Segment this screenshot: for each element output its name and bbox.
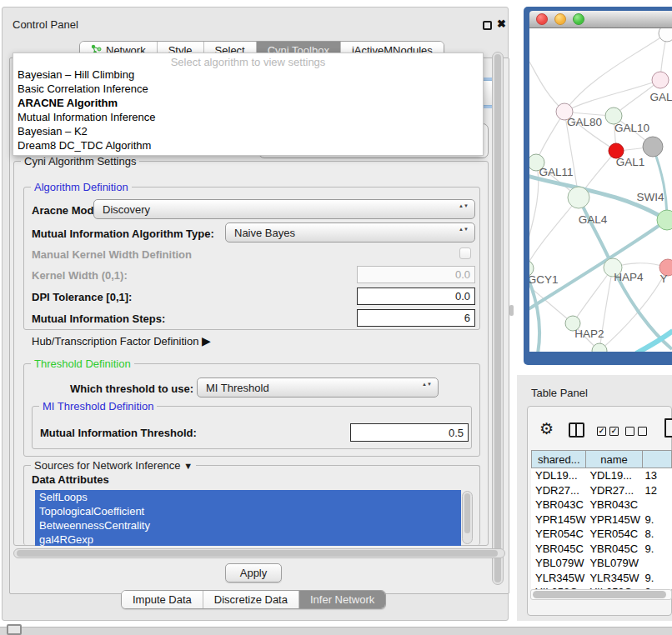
attributes-list-scrollbar[interactable] <box>462 491 473 544</box>
deselect-checkboxes-icon[interactable] <box>638 427 647 436</box>
node-label: GAL <box>649 91 672 103</box>
node-label: HAP2 <box>574 328 604 340</box>
column-header[interactable]: shared... <box>531 450 586 468</box>
threshold-definition-title: Threshold Definition <box>31 358 134 370</box>
select-all-checkboxes-icon[interactable]: ✓ <box>609 427 619 436</box>
minimized-panel-icon[interactable] <box>7 624 22 635</box>
network-window-titlebar[interactable] <box>529 11 672 28</box>
attribute-item[interactable]: gal4RGexp <box>35 532 461 546</box>
mi-threshold-group-title: MI Threshold Definition <box>39 400 157 412</box>
horizontal-scrollbar[interactable] <box>13 548 505 558</box>
column-header[interactable] <box>643 450 672 468</box>
aracne-mode-value: Discovery <box>103 203 150 216</box>
table-cell: YER054C <box>531 528 586 540</box>
table-header: shared...name <box>531 450 672 468</box>
network-node-gal4[interactable] <box>568 187 589 208</box>
bottom-tabs: Impute DataDiscretize DataInfer Network <box>121 590 386 609</box>
node-table: shared...name YDL19...YDL19...13YDR27...… <box>531 450 672 589</box>
control-panel-title: Control Panel <box>13 18 78 31</box>
table-cell: YBR045C <box>531 542 586 555</box>
node-label: GAL10 <box>614 122 649 134</box>
window-close-traffic-icon[interactable] <box>536 13 548 25</box>
node-label: GAL80 <box>567 116 602 128</box>
apply-button[interactable]: Apply <box>225 563 282 582</box>
window-minimize-traffic-icon[interactable] <box>554 13 566 25</box>
table-row[interactable]: YDL19...YDL19...13 <box>531 468 672 483</box>
split-columns-icon[interactable] <box>569 422 584 438</box>
network-node[interactable] <box>659 28 672 42</box>
column-header[interactable]: name <box>586 450 642 468</box>
network-node[interactable] <box>643 137 663 157</box>
hub-definition-toggle[interactable]: Hub/Transcription Factor Definition ▶ <box>32 334 211 348</box>
network-canvas[interactable]: GALGAL80GAL10GAL1GAL11SWI4GAL4GCY1HAP4YH… <box>529 28 672 352</box>
collapse-arrow-icon: ▼ <box>183 461 193 471</box>
tab-impute-data[interactable]: Impute Data <box>122 591 203 608</box>
document-icon[interactable] <box>664 418 672 438</box>
combo-arrows-icon: ▲▼ <box>459 227 469 232</box>
deselect-checkboxes-icon[interactable] <box>625 427 634 436</box>
table-row[interactable]: YBR045CYBR045C9. <box>531 542 672 557</box>
mi-type-select[interactable]: Naive Bayes ▲▼ <box>225 222 475 242</box>
data-attributes-list[interactable]: SelfLoopsTopologicalCoefficientBetweenne… <box>35 490 461 546</box>
aracne-mode-select[interactable]: Discovery ▲▼ <box>93 199 475 219</box>
table-row[interactable]: YER054CYER054C8. <box>531 527 672 542</box>
table-horizontal-scrollbar[interactable] <box>530 589 672 600</box>
select-all-checkboxes-icon[interactable]: ✓ <box>597 427 606 436</box>
algorithm-option[interactable]: Bayesian – K2 <box>13 124 483 138</box>
algorithm-dropdown-popup: Select algorithm to view settings Bayesi… <box>13 52 484 156</box>
tab-infer-network[interactable]: Infer Network <box>299 591 385 608</box>
network-graph: GALGAL80GAL10GAL1GAL11SWI4GAL4GCY1HAP4YH… <box>529 28 672 352</box>
mi-threshold-field[interactable]: 0.5 <box>350 423 469 442</box>
network-node-gal[interactable] <box>652 72 669 88</box>
splitter-grip[interactable] <box>509 305 514 316</box>
table-row[interactable]: YBL079WYBL079W <box>531 556 672 571</box>
which-threshold-label: Which threshold to use: <box>70 382 193 395</box>
tab-discretize-data[interactable]: Discretize Data <box>203 591 299 608</box>
window-zoom-traffic-icon[interactable] <box>573 13 584 25</box>
algorithm-placeholder: Select algorithm to view settings <box>13 53 483 68</box>
dpi-tolerance-label: DPI Tolerance [0,1]: <box>32 291 132 303</box>
mi-steps-label: Mutual Information Steps: <box>32 312 165 325</box>
table-row[interactable]: YLR345WYLR345W9. <box>531 571 672 586</box>
mi-threshold-label: Mutual Information Threshold: <box>40 427 197 439</box>
attribute-item[interactable]: BetweennessCentrality <box>35 518 461 532</box>
table-row[interactable]: YDR27...YDR27...12 <box>531 483 672 498</box>
table-panel-title: Table Panel <box>531 387 588 399</box>
hub-definition-label: Hub/Transcription Factor Definition <box>32 335 198 348</box>
table-cell: YLR345W <box>531 572 586 584</box>
node-label: GAL11 <box>539 166 573 178</box>
algorithm-option[interactable]: Bayesian – Hill Climbing <box>13 68 483 82</box>
attribute-item[interactable]: SelfLoops <box>35 490 461 504</box>
gear-icon[interactable]: ⚙ <box>539 419 554 438</box>
which-threshold-value: MI Threshold <box>206 382 269 394</box>
table-row[interactable]: YPR145WYPR145W9. <box>531 512 672 528</box>
table-cell: 9. <box>643 513 672 526</box>
kernel-width-field[interactable]: 0.0 <box>357 266 475 283</box>
sources-group-title[interactable]: Sources for Network Inference ▼ <box>31 459 196 472</box>
mi-type-value: Naive Bayes <box>234 227 295 239</box>
float-window-icon[interactable] <box>483 21 492 30</box>
which-threshold-select[interactable]: MI Threshold ▲▼ <box>197 378 439 398</box>
node-label: GAL4 <box>579 213 608 226</box>
algorithm-option[interactable]: Mutual Information Inference <box>13 110 483 124</box>
node-label: SWI4 <box>636 191 664 203</box>
close-icon[interactable]: ✖ <box>497 18 506 30</box>
manual-kernel-label: Manual Kernel Width Definition <box>32 248 192 261</box>
node-label: GAL1 <box>616 156 645 168</box>
cyni-algorithm-settings-title: Cyni Algorithm Settings <box>21 155 139 168</box>
table-row[interactable]: YBR043CYBR043C <box>531 498 672 512</box>
table-cell: YLR345W <box>586 572 642 584</box>
algorithm-option[interactable]: Dream8 DC_TDC Algorithm <box>13 138 483 152</box>
algorithm-option[interactable]: Basic Correlation Inference <box>13 82 483 96</box>
combo-arrows-icon: ▲▼ <box>459 203 469 209</box>
node-label: HAP4 <box>614 271 644 283</box>
network-node[interactable] <box>592 343 607 352</box>
table-cell: YDL19... <box>586 469 642 482</box>
dpi-tolerance-field[interactable]: 0.0 <box>357 288 475 305</box>
algorithm-option[interactable]: ARACNE Algorithm <box>13 96 483 110</box>
vertical-scrollbar[interactable] <box>492 52 504 585</box>
data-attributes-label: Data Attributes <box>32 473 109 486</box>
attribute-item[interactable]: TopologicalCoefficient <box>35 504 461 518</box>
manual-kernel-checkbox[interactable] <box>459 248 471 259</box>
mi-steps-field[interactable]: 6 <box>357 309 475 327</box>
